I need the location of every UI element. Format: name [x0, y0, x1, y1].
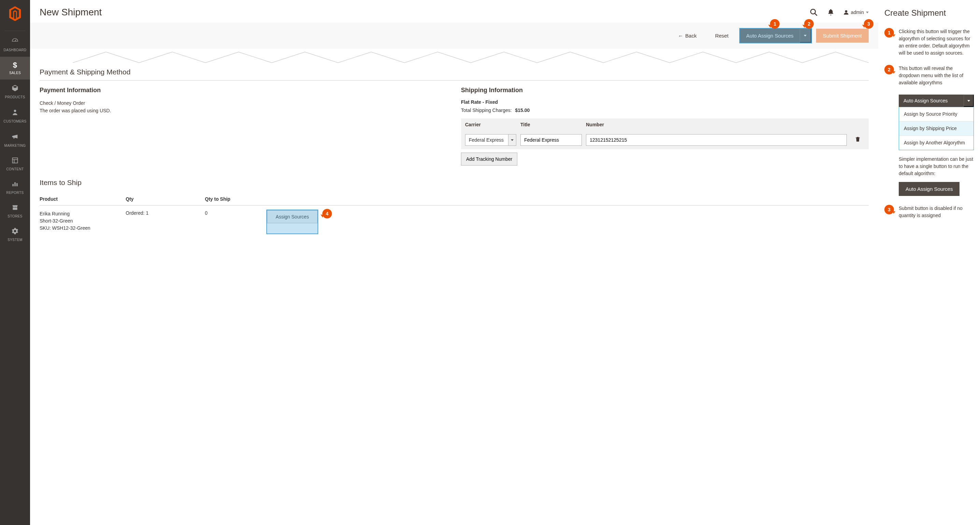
anno-menu-item[interactable]: Assign by Source Priority: [899, 107, 974, 121]
qty-to-ship-value: 0: [205, 210, 263, 216]
person-icon: [2, 108, 29, 118]
product-sku: SKU: WSH12-32-Green: [40, 224, 122, 232]
chevron-down-icon: [967, 100, 970, 102]
sidebar-item-marketing[interactable]: MARKETING: [0, 128, 30, 152]
sidebar-label: REPORTS: [2, 191, 29, 194]
dollar-icon: $: [2, 62, 29, 69]
svg-point-0: [14, 110, 16, 112]
search-icon[interactable]: [809, 8, 818, 17]
sidebar-label: PRODUCTS: [2, 95, 29, 99]
sidebar-item-system[interactable]: SYSTEM: [0, 223, 30, 247]
annotation-badge-4: 4: [322, 209, 332, 218]
page-title: New Shipment: [40, 7, 102, 18]
svg-rect-3: [14, 182, 15, 186]
carrier-select-toggle[interactable]: [508, 134, 516, 146]
sidebar-label: MARKETING: [2, 144, 29, 148]
col-product: Product: [40, 196, 122, 202]
carrier-select[interactable]: Federal Express: [465, 134, 508, 146]
product-name-line2: Short-32-Green: [40, 218, 122, 224]
annotations-title: Create Shipment: [885, 7, 974, 19]
tracking-title-input[interactable]: [520, 134, 582, 146]
layout-icon: [2, 157, 29, 165]
sidebar-item-stores[interactable]: STORES: [0, 199, 30, 223]
shipping-charges: Total Shipping Charges: $15.00: [461, 108, 869, 113]
annotation-badge-2: 2: [804, 19, 814, 29]
qty-ordered: Ordered: 1: [126, 210, 201, 216]
auto-assign-button[interactable]: Auto Assign Sources: [740, 29, 799, 43]
sidebar-label: STORES: [2, 214, 29, 218]
store-icon: [2, 204, 29, 212]
shipping-rate-line: Flat Rate - Fixed: [461, 99, 869, 105]
annotation-text-1: Clicking this button will trigger the al…: [899, 28, 974, 57]
bars-icon: [2, 181, 29, 189]
annotations-panel: Create Shipment 1 Clicking this button w…: [878, 0, 980, 525]
items-to-ship-title: Items to Ship: [40, 175, 869, 191]
shipping-charges-value: $15.00: [515, 108, 530, 113]
auto-assign-split-button: Auto Assign Sources 1 2: [740, 29, 811, 43]
annotation-badge-3: 3: [885, 205, 894, 214]
anno-auto-assign-button[interactable]: Auto Assign Sources: [899, 95, 964, 107]
tracking-row: Federal Express: [461, 131, 869, 149]
anno-algorithm-menu: Assign by Source Priority Assign by Ship…: [899, 107, 974, 150]
annotation-badge-3: 3: [864, 19, 873, 29]
add-tracking-button[interactable]: Add Tracking Number: [461, 153, 517, 165]
annotation-text-3: Submit button is disabled if no quantity…: [899, 205, 974, 219]
anno-auto-assign-toggle[interactable]: [964, 95, 974, 107]
chevron-down-icon: [511, 139, 514, 141]
sidebar-item-customers[interactable]: CUSTOMERS: [0, 104, 30, 128]
submit-shipment-button[interactable]: Submit Shipment: [816, 29, 869, 43]
payment-shipping-title: Payment & Shipping Method: [40, 65, 869, 81]
svg-rect-1: [13, 158, 18, 163]
auto-assign-dropdown-toggle[interactable]: [800, 29, 811, 43]
anno-simpler-text: Simpler implementation can be just to ha…: [899, 156, 974, 177]
col-qty: Qty: [126, 196, 201, 202]
sidebar-item-reports[interactable]: REPORTS: [0, 176, 30, 199]
sidebar-label: SYSTEM: [2, 238, 29, 242]
sidebar-separator: [5, 31, 25, 31]
svg-rect-4: [16, 183, 18, 186]
sidebar-item-content[interactable]: CONTENT: [0, 152, 30, 176]
payment-info-title: Payment Information: [40, 87, 447, 94]
gear-icon: [2, 228, 29, 236]
megaphone-icon: [2, 133, 29, 142]
chevron-down-icon: [866, 12, 869, 13]
sidebar-label: DASHBOARD: [2, 48, 29, 52]
box-icon: [2, 84, 29, 93]
magento-logo[interactable]: [8, 0, 22, 31]
payment-method-text: Check / Money Order: [40, 99, 447, 107]
zigzag-divider: [40, 50, 869, 65]
sidebar-item-products[interactable]: PRODUCTS: [0, 80, 30, 104]
svg-point-6: [845, 10, 848, 13]
admin-user-dropdown[interactable]: admin: [843, 10, 869, 15]
col-carrier: Carrier: [465, 122, 516, 127]
bell-icon[interactable]: [826, 8, 835, 17]
tracking-number-input[interactable]: [586, 134, 847, 146]
anno-menu-item[interactable]: Assign by Shipping Price: [899, 121, 974, 135]
product-name-line1: Erika Running: [40, 210, 122, 218]
svg-rect-2: [13, 184, 14, 186]
annotation-badge-1: 1: [885, 28, 894, 38]
col-title: Title: [520, 122, 582, 127]
currency-note: The order was placed using USD.: [40, 107, 447, 115]
assign-sources-button[interactable]: Assign Sources: [267, 210, 318, 223]
sidebar-label: CONTENT: [2, 167, 29, 171]
back-button[interactable]: Back: [671, 29, 703, 43]
admin-user-label: admin: [851, 10, 864, 15]
anno-menu-item[interactable]: Assign by Another Algorythm: [899, 135, 974, 150]
annotation-badge-1: 1: [770, 19, 780, 29]
shipping-info-title: Shipping Information: [461, 87, 869, 94]
col-qty-ship: Qty to Ship: [205, 196, 263, 202]
person-icon: [843, 10, 849, 15]
sidebar-item-dashboard[interactable]: DASHBOARD: [0, 32, 30, 57]
sidebar-item-sales[interactable]: $ SALES: [0, 57, 30, 80]
items-header: Product Qty Qty to Ship: [40, 193, 869, 205]
delete-tracking-button[interactable]: [851, 136, 865, 144]
anno-single-auto-assign-button[interactable]: Auto Assign Sources: [899, 182, 959, 196]
chevron-down-icon: [804, 35, 807, 37]
reset-button[interactable]: Reset: [708, 29, 735, 43]
sidebar-label: SALES: [2, 71, 29, 75]
items-row: Erika Running Short-32-Green SKU: WSH12-…: [40, 205, 869, 237]
trash-icon: [855, 136, 861, 142]
sidebar-label: CUSTOMERS: [2, 119, 29, 123]
shipping-charges-label: Total Shipping Charges:: [461, 108, 512, 113]
